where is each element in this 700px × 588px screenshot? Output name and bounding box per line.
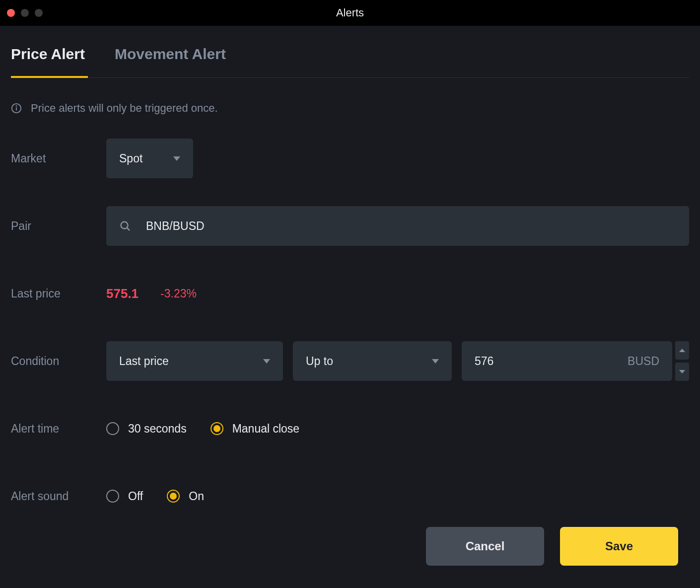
svg-point-2: [16, 106, 17, 106]
last-price-value: 575.1: [106, 286, 139, 301]
condition-value-input[interactable]: [475, 355, 628, 368]
titlebar: Alerts: [0, 0, 700, 26]
alert-time-radio-group: 30 seconds Manual close: [106, 422, 299, 436]
window-minimize-button[interactable]: [21, 9, 29, 17]
row-pair: Pair: [11, 206, 689, 246]
window-close-button[interactable]: [7, 9, 15, 17]
main-panel: Price Alert Movement Alert Price alerts …: [0, 26, 700, 588]
spinner-up-button[interactable]: [675, 341, 689, 360]
alert-time-30s[interactable]: 30 seconds: [106, 422, 187, 436]
chevron-down-icon: [263, 359, 270, 364]
alert-sound-label: Alert sound: [11, 490, 106, 503]
chevron-down-icon: [173, 156, 180, 161]
condition-label: Condition: [11, 355, 106, 368]
condition-metric-select[interactable]: Last price: [106, 341, 283, 381]
alert-sound-on[interactable]: On: [167, 490, 204, 503]
market-select[interactable]: Spot: [106, 139, 193, 178]
window-title: Alerts: [0, 6, 700, 19]
condition-value-wrap: BUSD: [462, 341, 689, 381]
last-price-change: -3.23%: [160, 287, 197, 300]
caret-up-icon: [679, 349, 685, 352]
condition-value-field[interactable]: BUSD: [462, 341, 672, 381]
spinner-down-button[interactable]: [675, 363, 689, 381]
pair-search[interactable]: [106, 206, 689, 246]
svg-point-3: [121, 222, 128, 229]
traffic-lights: [0, 9, 43, 17]
pair-input[interactable]: [146, 220, 676, 233]
chevron-down-icon: [432, 359, 439, 364]
alert-sound-off-label: Off: [128, 490, 143, 503]
cancel-button[interactable]: Cancel: [426, 527, 544, 566]
condition-direction-select[interactable]: Up to: [293, 341, 452, 381]
market-select-value: Spot: [119, 152, 142, 165]
radio-icon: [167, 490, 180, 503]
scroll-area: Price Alert Movement Alert Price alerts …: [0, 26, 700, 503]
alert-form: Market Spot Pair: [11, 139, 689, 503]
alert-sound-radio-group: Off On: [106, 490, 204, 503]
info-text: Price alerts will only be triggered once…: [31, 102, 218, 115]
tab-price-alert[interactable]: Price Alert: [11, 46, 85, 77]
radio-icon: [106, 422, 119, 435]
info-banner: Price alerts will only be triggered once…: [11, 102, 689, 115]
tabs: Price Alert Movement Alert: [11, 46, 689, 78]
info-icon: [11, 103, 22, 114]
pair-label: Pair: [11, 220, 106, 233]
condition-metric-value: Last price: [119, 355, 169, 368]
value-spinner: [675, 341, 689, 381]
radio-icon: [210, 422, 223, 435]
last-price-label: Last price: [11, 287, 106, 300]
alert-time-manual-label: Manual close: [232, 422, 300, 436]
alert-time-manual[interactable]: Manual close: [210, 422, 300, 436]
svg-line-4: [127, 228, 130, 230]
window-maximize-button[interactable]: [35, 9, 43, 17]
search-icon: [119, 220, 131, 232]
alert-time-label: Alert time: [11, 422, 106, 436]
radio-icon: [106, 490, 119, 503]
save-button[interactable]: Save: [560, 527, 678, 566]
row-alert-sound: Alert sound Off On: [11, 476, 689, 503]
caret-down-icon: [679, 370, 685, 373]
footer: Cancel Save: [0, 505, 700, 588]
tab-movement-alert[interactable]: Movement Alert: [115, 46, 226, 77]
row-last-price: Last price 575.1 -3.23%: [11, 274, 689, 313]
row-market: Market Spot: [11, 139, 689, 178]
alert-sound-on-label: On: [189, 490, 204, 503]
condition-unit: BUSD: [628, 355, 659, 368]
condition-direction-value: Up to: [306, 355, 333, 368]
alert-sound-off[interactable]: Off: [106, 490, 143, 503]
row-condition: Condition Last price Up to BUSD: [11, 341, 689, 381]
alert-time-30s-label: 30 seconds: [128, 422, 187, 436]
market-label: Market: [11, 152, 106, 165]
row-alert-time: Alert time 30 seconds Manual close: [11, 409, 689, 448]
